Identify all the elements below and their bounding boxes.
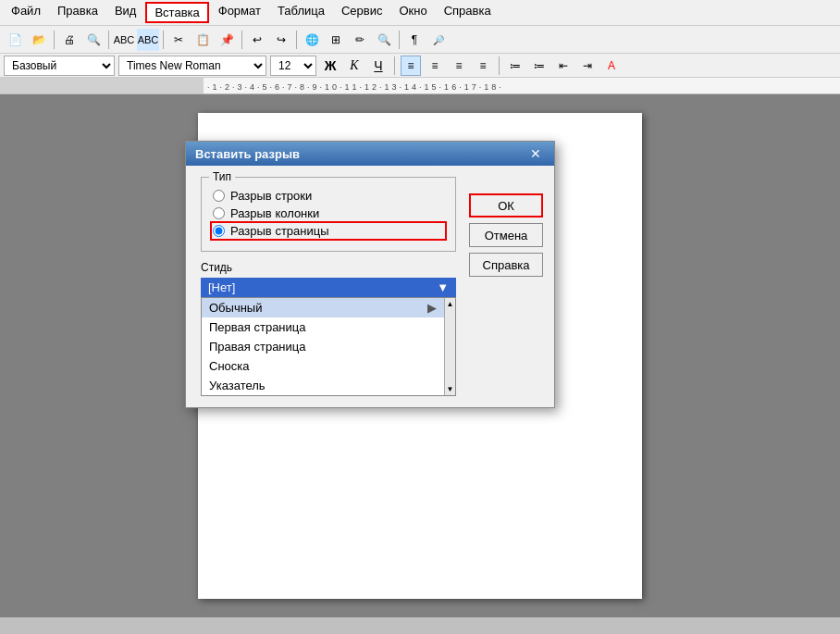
align-right-btn[interactable]: ≡: [449, 56, 469, 76]
hyperlink-btn[interactable]: 🌐: [301, 29, 323, 51]
scroll-down-icon: ▼: [447, 385, 454, 393]
draw-btn[interactable]: ✏: [349, 29, 371, 51]
sep-fmt2: [499, 56, 500, 75]
menu-window[interactable]: Окно: [391, 2, 434, 23]
ruler: ·1·2·3·4·5·6·7·8·9·10·11·12·13·14·15·16·…: [0, 78, 840, 94]
dialog-actions: ОК Отмена Справка: [469, 193, 543, 277]
print-btn[interactable]: 🖨: [58, 29, 80, 51]
toolbar: 📄 📂 🖨 🔍 ABC ABC ✂ 📋 📌 ↩ ↪ 🌐 ⊞ ✏ 🔍 ¶ 🔎: [0, 26, 840, 54]
zoom-btn[interactable]: 🔎: [427, 29, 450, 51]
style-group-label: Стидь: [201, 261, 456, 274]
paste-btn[interactable]: 📌: [216, 29, 238, 51]
style-option-footnote[interactable]: Сноска: [202, 356, 444, 376]
dialog-titlebar: Вставить разрыв ✕: [186, 142, 554, 166]
bul-list-btn[interactable]: ≔: [529, 56, 550, 76]
table-btn[interactable]: ⊞: [325, 29, 347, 51]
style-options-list: Обычный ▶ Первая страница Правая страниц…: [202, 298, 444, 395]
radio-page-break[interactable]: [213, 225, 225, 237]
menu-insert[interactable]: Вставка: [145, 2, 208, 23]
open-btn[interactable]: 📂: [28, 29, 50, 51]
italic-btn[interactable]: К: [344, 56, 364, 76]
dialog-title: Вставить разрыв: [195, 147, 300, 161]
style-select-bar[interactable]: [Нет] ▼: [201, 278, 456, 297]
dialog-main: Тип Разрыв строки Разрыв колонки Разрыв …: [201, 177, 456, 396]
spell-btn[interactable]: ABC: [113, 29, 135, 51]
scroll-up-icon: ▲: [447, 300, 454, 308]
radio-line-label: Разрыв строки: [230, 189, 312, 203]
cancel-button[interactable]: Отмена: [469, 223, 543, 247]
menu-table[interactable]: Таблица: [270, 2, 332, 23]
radio-line-row: Разрыв строки: [213, 189, 444, 203]
radio-column-label: Разрыв колонки: [230, 206, 319, 220]
ok-button[interactable]: ОК: [469, 193, 543, 218]
underline-btn[interactable]: Ч: [368, 56, 389, 76]
sep1: [54, 31, 55, 49]
style-option-right[interactable]: Правая страница: [202, 337, 444, 356]
radio-line-break[interactable]: [213, 190, 225, 202]
size-select[interactable]: 12: [270, 56, 316, 76]
cut-btn[interactable]: ✂: [167, 29, 190, 51]
style-select-container: [Нет] ▼ Обычный ▶ Первая страница: [201, 278, 456, 396]
sep6: [399, 31, 400, 49]
radio-page-label: Разрыв страницы: [230, 224, 329, 238]
style-dropdown-arrow: ▼: [437, 280, 449, 294]
radio-column-row: Разрыв колонки: [213, 206, 444, 220]
font-color-btn[interactable]: A: [601, 56, 622, 76]
align-justify-btn[interactable]: ≡: [473, 56, 493, 76]
find-btn[interactable]: 🔍: [373, 29, 395, 51]
num-list-btn[interactable]: ≔: [505, 56, 525, 76]
style-select[interactable]: Базовый: [4, 56, 115, 76]
nonprint-btn[interactable]: ¶: [403, 29, 426, 51]
sep2: [108, 31, 109, 49]
menu-edit[interactable]: Правка: [50, 2, 105, 23]
type-group: Тип Разрыв строки Разрыв колонки Разрыв …: [201, 177, 456, 252]
radio-column-break[interactable]: [213, 207, 225, 219]
hover-arrow: ▶: [427, 301, 437, 315]
redo-btn[interactable]: ↪: [270, 29, 292, 51]
help-button[interactable]: Справка: [469, 253, 543, 277]
dropdown-scrollbar[interactable]: ▲ ▼: [444, 298, 455, 395]
style-option-index[interactable]: Указатель: [202, 376, 444, 395]
radio-page-row: Разрыв страницы: [213, 224, 444, 238]
menu-service[interactable]: Сервис: [334, 2, 390, 23]
style-option-regular[interactable]: Обычный ▶: [202, 298, 444, 317]
sep4: [241, 31, 242, 49]
style-group: Стидь [Нет] ▼ Обычный ▶: [201, 261, 456, 396]
indent-inc-btn[interactable]: ⇥: [577, 56, 598, 76]
align-left-btn[interactable]: ≡: [401, 56, 421, 76]
insert-break-dialog: Вставить разрыв ✕ Тип Разрыв строки Разр…: [185, 141, 555, 408]
style-selected-value: [Нет]: [208, 280, 235, 294]
new-btn[interactable]: 📄: [4, 29, 26, 51]
type-group-label: Тип: [209, 170, 235, 183]
font-select[interactable]: Times New Roman: [118, 56, 266, 76]
menubar: Файл Правка Вид Вставка Формат Таблица С…: [0, 0, 840, 26]
spell2-btn[interactable]: ABC: [137, 29, 159, 51]
menu-help[interactable]: Справка: [437, 2, 499, 23]
menu-format[interactable]: Формат: [211, 2, 268, 23]
sep-fmt: [394, 56, 395, 75]
ruler-ticks: ·1·2·3·4·5·6·7·8·9·10·11·12·13·14·15·16·…: [204, 78, 840, 93]
sep5: [296, 31, 297, 49]
menu-view[interactable]: Вид: [107, 2, 144, 23]
document-area: Вставить разрыв ✕ Тип Разрыв строки Разр…: [0, 94, 840, 617]
bold-btn[interactable]: Ж: [320, 56, 340, 76]
style-dropdown: Обычный ▶ Первая страница Правая страниц…: [201, 297, 456, 396]
menu-file[interactable]: Файл: [4, 2, 48, 23]
undo-btn[interactable]: ↩: [246, 29, 268, 51]
dialog-close-btn[interactable]: ✕: [526, 146, 545, 161]
align-center-btn[interactable]: ≡: [425, 56, 445, 76]
preview-btn[interactable]: 🔍: [82, 29, 105, 51]
indent-dec-btn[interactable]: ⇤: [553, 56, 574, 76]
style-option-first[interactable]: Первая страница: [202, 317, 444, 337]
copy-btn[interactable]: 📋: [191, 29, 214, 51]
sep3: [163, 31, 164, 49]
formatbar: Базовый Times New Roman 12 Ж К Ч ≡ ≡ ≡ ≡…: [0, 54, 840, 78]
dialog-body: Тип Разрыв строки Разрыв колонки Разрыв …: [186, 166, 554, 407]
